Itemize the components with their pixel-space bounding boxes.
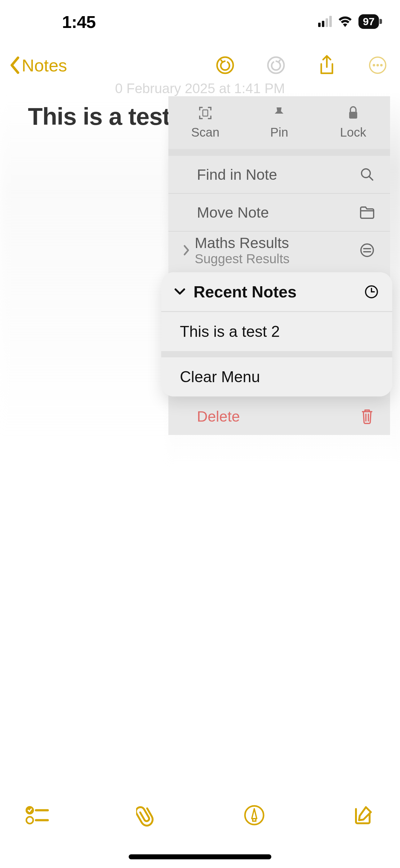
recent-note-item[interactable]: This is a test 2 <box>161 312 392 351</box>
clock-icon <box>364 285 378 299</box>
trash-icon <box>359 408 376 424</box>
scan-label: Scan <box>191 125 220 140</box>
pin-action[interactable]: Pin <box>242 96 316 149</box>
undo-button[interactable] <box>215 55 235 75</box>
lock-action[interactable]: Lock <box>316 96 390 149</box>
folder-icon <box>359 206 376 219</box>
delete-note[interactable]: Delete <box>168 398 390 435</box>
status-time: 1:45 <box>62 12 96 32</box>
compose-button[interactable] <box>351 803 375 828</box>
chevron-left-icon <box>9 57 20 74</box>
cellular-signal-icon <box>318 16 332 27</box>
svg-point-9 <box>361 244 373 256</box>
checklist-icon <box>26 805 49 826</box>
svg-point-1 <box>268 57 284 73</box>
suggest-sub: Suggest Results <box>195 251 359 266</box>
paperclip-icon <box>136 804 155 827</box>
note-date: 0 February 2025 at 1:41 PM <box>0 81 400 96</box>
find-in-note[interactable]: Find in Note <box>168 156 390 193</box>
chevron-down-icon <box>174 287 186 296</box>
recent-notes-card: Recent Notes This is a test 2 Clear Menu <box>161 272 392 397</box>
share-icon <box>318 55 335 76</box>
redo-icon <box>267 56 285 74</box>
move-label: Move Note <box>197 204 359 221</box>
status-indicators: 97 <box>318 14 379 29</box>
recent-notes-header[interactable]: Recent Notes <box>161 272 392 311</box>
action-row: Scan Pin Lock <box>168 96 390 149</box>
find-label: Find in Note <box>197 166 359 183</box>
search-icon <box>359 167 376 182</box>
redo-button[interactable] <box>266 55 286 75</box>
recent-note-label: This is a test 2 <box>180 322 280 341</box>
note-title: This is a test <box>28 102 170 131</box>
battery-indicator: 97 <box>359 14 379 29</box>
share-button[interactable] <box>317 55 337 75</box>
suggest-title: Maths Results <box>195 235 359 251</box>
pin-icon <box>273 106 285 120</box>
chevron-right-icon <box>178 245 195 256</box>
svg-rect-6 <box>203 110 208 116</box>
dim-overlay <box>0 99 174 472</box>
svg-point-3 <box>373 64 375 66</box>
clear-menu-label: Clear Menu <box>180 368 260 386</box>
svg-point-0 <box>217 57 233 73</box>
bottom-toolbar <box>0 794 400 837</box>
back-button[interactable]: Notes <box>9 55 67 75</box>
compose-icon <box>352 805 373 826</box>
home-indicator <box>129 854 271 859</box>
lock-label: Lock <box>340 125 367 140</box>
suggest-icon <box>359 243 376 257</box>
ellipsis-icon <box>368 56 387 74</box>
delete-label: Delete <box>197 408 359 425</box>
suggest-results[interactable]: Maths Results Suggest Results <box>168 231 390 269</box>
recent-notes-title: Recent Notes <box>194 282 357 301</box>
svg-point-5 <box>380 64 382 66</box>
lock-icon <box>347 106 359 120</box>
svg-point-15 <box>26 817 33 824</box>
checklist-button[interactable] <box>25 803 49 828</box>
markup-icon <box>243 804 265 826</box>
nav-bar: Notes <box>0 51 400 79</box>
wifi-icon <box>337 16 353 27</box>
clear-menu[interactable]: Clear Menu <box>161 357 392 397</box>
pin-label: Pin <box>270 125 288 140</box>
status-bar: 1:45 97 <box>0 0 400 37</box>
scan-action[interactable]: Scan <box>168 96 242 149</box>
scan-icon <box>198 106 212 120</box>
svg-rect-7 <box>349 112 357 119</box>
undo-icon <box>216 56 234 74</box>
move-note[interactable]: Move Note <box>168 194 390 231</box>
svg-point-4 <box>376 64 379 66</box>
more-button[interactable] <box>368 55 388 75</box>
markup-button[interactable] <box>242 803 267 828</box>
back-label: Notes <box>22 55 67 75</box>
attachment-button[interactable] <box>133 803 158 828</box>
